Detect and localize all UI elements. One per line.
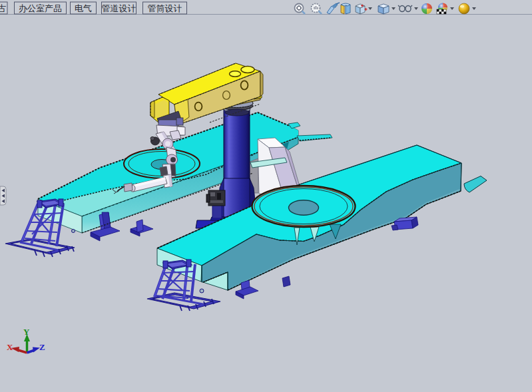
svg-text:管道设计: 管道设计 [102, 3, 136, 13]
svg-text:X: X [7, 342, 13, 352]
svg-text:Z: Z [39, 342, 45, 352]
svg-text:Y: Y [23, 327, 30, 337]
svg-text:管筒设计: 管筒设计 [148, 3, 182, 13]
svg-text:古: 古 [0, 3, 6, 13]
svg-text:电气: 电气 [75, 3, 92, 13]
svg-text:办公室产品: 办公室产品 [19, 3, 62, 13]
